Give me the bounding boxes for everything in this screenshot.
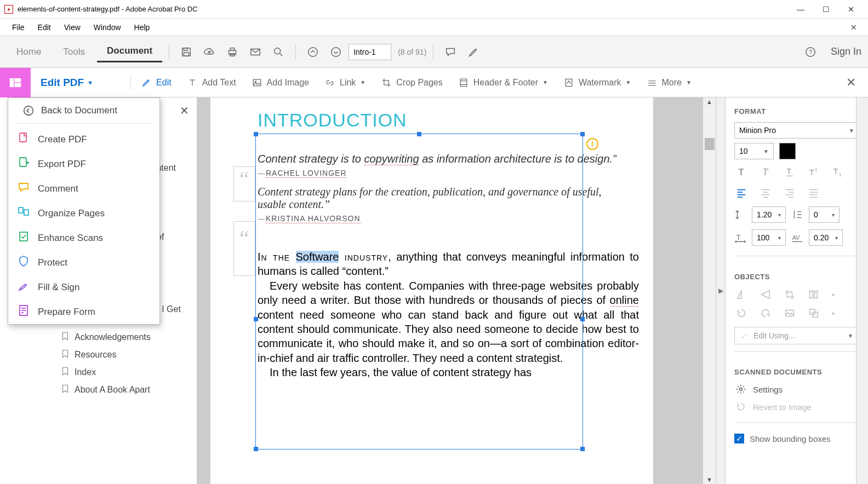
- edit-using-dropdown[interactable]: Edit Using... ▼: [734, 327, 859, 344]
- bookmark-item[interactable]: Acknowledgements: [0, 329, 197, 346]
- svg-rect-13: [15, 78, 21, 82]
- watermark-button[interactable]: Watermark▼: [556, 68, 639, 97]
- flip-vertical-icon[interactable]: [760, 289, 772, 301]
- warning-icon[interactable]: !: [586, 138, 598, 150]
- tab-document[interactable]: Document: [97, 41, 162, 62]
- tab-home[interactable]: Home: [7, 42, 51, 62]
- page-number-input[interactable]: [349, 44, 391, 60]
- menu-help[interactable]: Help: [128, 21, 157, 34]
- show-bounding-boxes-checkbox[interactable]: ✓ Show bounding boxes: [726, 429, 868, 448]
- add-text-button[interactable]: Add Text: [179, 68, 244, 97]
- svg-text:1: 1: [839, 172, 842, 177]
- scanned-settings-button[interactable]: Settings: [726, 381, 868, 398]
- underline-icon[interactable]: T: [784, 166, 796, 178]
- svg-rect-1: [184, 48, 187, 50]
- flip-horizontal-icon[interactable]: [735, 289, 747, 301]
- font-size-select[interactable]: 10▼: [734, 143, 774, 159]
- more-button[interactable]: More▼: [639, 68, 699, 97]
- sidebar-close-icon[interactable]: ✕: [180, 104, 189, 117]
- revert-to-image-button: Revert to Image: [726, 398, 868, 416]
- svg-rect-23: [648, 85, 655, 86]
- tab-tools[interactable]: Tools: [53, 42, 95, 62]
- tool-create-pdf[interactable]: Create PDF: [8, 127, 159, 152]
- replace-image-icon[interactable]: [784, 307, 796, 319]
- right-panel-toggle[interactable]: ▶: [716, 97, 726, 484]
- subscript-icon[interactable]: T1: [832, 166, 844, 178]
- back-to-document-button[interactable]: Back to Document: [15, 98, 153, 124]
- document-scrollbar[interactable]: ▲▼: [703, 97, 716, 484]
- page-down-icon[interactable]: [326, 42, 346, 62]
- arrange-icon[interactable]: [808, 307, 820, 319]
- font-family-select[interactable]: Minion Pro▼: [734, 122, 859, 139]
- menu-window[interactable]: Window: [87, 21, 128, 34]
- tool-organize-pages[interactable]: Organize Pages: [8, 201, 159, 226]
- crop-pages-button[interactable]: Crop Pages: [373, 68, 450, 97]
- window-maximize-button[interactable]: ☐: [813, 0, 838, 19]
- edit-button[interactable]: Edit: [133, 68, 179, 97]
- edit-pdf-dropdown[interactable]: Edit PDF▼: [31, 77, 103, 89]
- align-justify-icon[interactable]: [808, 187, 820, 199]
- svg-rect-60: [810, 291, 813, 298]
- window-minimize-button[interactable]: —: [788, 0, 813, 19]
- menu-file[interactable]: File: [5, 21, 31, 34]
- menu-view[interactable]: View: [58, 21, 87, 34]
- svg-rect-20: [566, 79, 572, 86]
- search-icon[interactable]: [268, 42, 289, 62]
- window-close-button[interactable]: ✕: [838, 0, 864, 19]
- pdf-page[interactable]: ! INTRODUCTION “ Content strategy is to …: [210, 97, 653, 484]
- tool-enhance-scans[interactable]: Enhance Scans: [8, 226, 159, 250]
- sign-in-link[interactable]: Sign In: [831, 46, 861, 57]
- close-editbar-icon[interactable]: ✕: [834, 76, 868, 90]
- align-objects-icon[interactable]: [808, 289, 820, 301]
- svg-rect-17: [460, 79, 467, 86]
- align-left-icon[interactable]: [735, 187, 747, 199]
- para-spacing-input[interactable]: 0▾: [809, 206, 840, 223]
- bookmark-item[interactable]: About A Book Apart: [0, 381, 197, 399]
- menubar-close-icon[interactable]: ✕: [845, 21, 863, 34]
- line-spacing-input[interactable]: 1.20▾: [752, 206, 786, 223]
- bookmark-item[interactable]: Resources: [0, 346, 197, 364]
- svg-text:?: ?: [809, 48, 812, 55]
- right-panel-scrollbar[interactable]: [856, 97, 868, 484]
- svg-text:T: T: [787, 167, 792, 176]
- add-image-button[interactable]: Add Image: [244, 68, 317, 97]
- print-icon[interactable]: [222, 42, 243, 62]
- main-toolbar: Home Tools Document (8 of 91) ? Sign In: [0, 36, 868, 68]
- menu-edit[interactable]: Edit: [31, 21, 58, 34]
- tool-fill-sign[interactable]: Fill & Sign: [8, 275, 159, 299]
- text-selection-box[interactable]: [255, 134, 583, 450]
- bookmark-item[interactable]: Index: [0, 364, 197, 381]
- link-button[interactable]: Link▼: [317, 68, 373, 97]
- tool-protect[interactable]: Protect: [8, 250, 159, 275]
- italic-icon[interactable]: T: [760, 166, 772, 178]
- horizontal-scale-input[interactable]: 100▾: [752, 229, 786, 246]
- char-spacing-input[interactable]: 0.20▾: [809, 229, 843, 246]
- divider: [130, 75, 131, 90]
- tool-export-pdf[interactable]: Export PDF: [8, 152, 159, 176]
- tool-comment[interactable]: Comment: [8, 176, 159, 201]
- align-center-icon[interactable]: [760, 187, 772, 199]
- document-area: ! INTRODUCTION “ Content strategy is to …: [197, 97, 716, 484]
- page-up-icon[interactable]: [302, 42, 323, 62]
- cloud-upload-icon[interactable]: [199, 42, 220, 62]
- svg-rect-2: [184, 52, 189, 55]
- mail-icon[interactable]: [245, 42, 266, 62]
- tool-prepare-form[interactable]: Prepare Form: [8, 299, 159, 324]
- align-right-icon[interactable]: [784, 187, 796, 199]
- save-icon[interactable]: [176, 42, 197, 62]
- font-color-swatch[interactable]: [779, 143, 796, 159]
- edit-pdf-mode-icon[interactable]: [0, 68, 31, 97]
- crop-icon[interactable]: [784, 289, 796, 301]
- rotate-ccw-icon[interactable]: [735, 307, 747, 319]
- header-footer-button[interactable]: Header & Footer▼: [450, 68, 556, 97]
- app-icon: [4, 5, 13, 14]
- highlight-tool-icon[interactable]: [463, 42, 484, 62]
- svg-point-7: [275, 48, 281, 54]
- svg-point-8: [309, 47, 318, 56]
- superscript-icon[interactable]: T1: [808, 166, 820, 178]
- comment-tool-icon[interactable]: [440, 42, 461, 62]
- help-icon[interactable]: ?: [800, 42, 821, 62]
- bold-icon[interactable]: T: [735, 166, 747, 178]
- svg-text:T: T: [739, 167, 744, 177]
- rotate-cw-icon[interactable]: [760, 307, 772, 319]
